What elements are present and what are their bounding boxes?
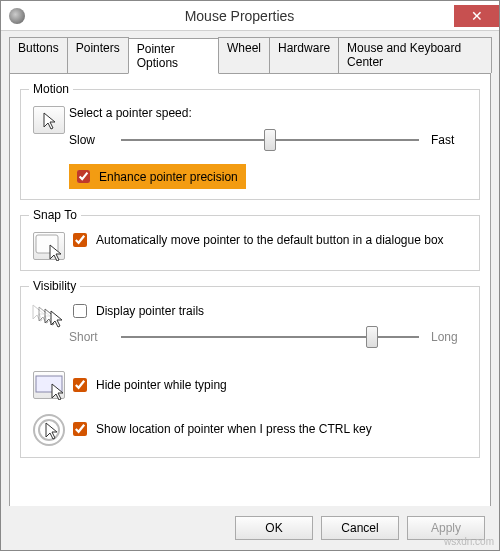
tab-wheel[interactable]: Wheel	[218, 37, 270, 73]
hide-typing-checkbox[interactable]	[73, 378, 87, 392]
trails-label: Display pointer trails	[96, 304, 204, 318]
slow-label: Slow	[69, 133, 109, 147]
window-title: Mouse Properties	[25, 8, 454, 24]
snapto-checkbox[interactable]	[73, 233, 87, 247]
tab-strip: Buttons Pointers Pointer Options Wheel H…	[9, 37, 491, 74]
hide-typing-row[interactable]: Hide pointer while typing	[69, 375, 471, 395]
group-visibility: Visibility	[20, 279, 480, 458]
mouse-properties-dialog: Mouse Properties ✕ Buttons Pointers Poin…	[0, 0, 500, 551]
group-motion: Motion Select a pointer speed: Slow	[20, 82, 480, 200]
tab-buttons[interactable]: Buttons	[9, 37, 68, 73]
tab-pointer-options[interactable]: Pointer Options	[128, 38, 219, 74]
hide-typing-label: Hide pointer while typing	[96, 378, 227, 392]
pointer-speed-label: Select a pointer speed:	[69, 106, 471, 120]
hide-typing-icon	[33, 371, 65, 399]
trails-row[interactable]: Display pointer trails	[69, 301, 471, 321]
tab-panel-pointer-options: Motion Select a pointer speed: Slow	[9, 73, 491, 506]
cursor-icon	[33, 106, 65, 134]
legend-motion: Motion	[29, 82, 73, 96]
snapto-row[interactable]: Automatically move pointer to the defaul…	[69, 230, 471, 250]
group-snapto: Snap To Automatically move	[20, 208, 480, 271]
ctrl-locate-row[interactable]: Show location of pointer when I press th…	[69, 419, 471, 439]
dialog-content: Buttons Pointers Pointer Options Wheel H…	[1, 31, 499, 506]
tab-mouse-keyboard-center[interactable]: Mouse and Keyboard Center	[338, 37, 492, 73]
ok-button[interactable]: OK	[235, 516, 313, 540]
pointer-speed-slider[interactable]	[121, 128, 419, 152]
tab-pointers[interactable]: Pointers	[67, 37, 129, 73]
ctrl-locate-label: Show location of pointer when I press th…	[96, 422, 372, 436]
ctrl-locate-icon	[32, 413, 66, 447]
enhance-precision-label: Enhance pointer precision	[99, 170, 238, 184]
trails-length-slider	[121, 325, 419, 349]
legend-snapto: Snap To	[29, 208, 81, 222]
button-bar: OK Cancel Apply	[1, 506, 499, 550]
legend-visibility: Visibility	[29, 279, 80, 293]
cancel-button[interactable]: Cancel	[321, 516, 399, 540]
enhance-precision-row[interactable]: Enhance pointer precision	[69, 164, 246, 189]
trails-short-label: Short	[69, 330, 109, 344]
enhance-precision-checkbox[interactable]	[77, 170, 90, 183]
snapto-icon	[33, 232, 65, 260]
trails-checkbox[interactable]	[73, 304, 87, 318]
mouse-icon	[9, 8, 25, 24]
tab-hardware[interactable]: Hardware	[269, 37, 339, 73]
watermark: wsxdn.com	[444, 536, 494, 547]
snapto-label: Automatically move pointer to the defaul…	[96, 233, 444, 247]
titlebar: Mouse Properties ✕	[1, 1, 499, 31]
trails-icon	[31, 303, 67, 331]
ctrl-locate-checkbox[interactable]	[73, 422, 87, 436]
trails-long-label: Long	[431, 330, 471, 344]
fast-label: Fast	[431, 133, 471, 147]
close-button[interactable]: ✕	[454, 5, 499, 27]
